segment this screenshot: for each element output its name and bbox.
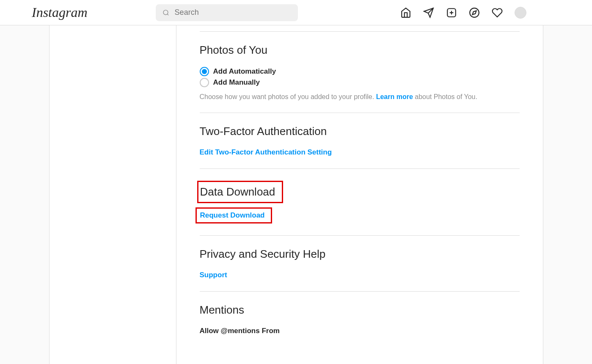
settings-main: Photos of You Add Automatically Add Manu… (176, 25, 543, 364)
two-factor-title: Two-Factor Authentication (200, 125, 520, 138)
search-box[interactable] (156, 4, 298, 21)
mentions-section: Mentions Allow @mentions From (200, 291, 520, 347)
helper-post: about Photos of You. (413, 93, 477, 100)
two-factor-section: Two-Factor Authentication Edit Two-Facto… (200, 113, 520, 168)
nav-icons (400, 7, 526, 19)
settings-sidebar (50, 25, 176, 364)
top-nav: Instagram (0, 0, 592, 25)
search-input[interactable] (175, 8, 292, 17)
page-body: Photos of You Add Automatically Add Manu… (0, 25, 592, 364)
radio-icon[interactable] (200, 67, 209, 76)
radio-icon[interactable] (200, 78, 209, 87)
privacy-help-section: Privacy and Security Help Support (200, 235, 520, 291)
explore-icon[interactable] (469, 7, 480, 18)
data-download-title-highlight: Data Download (197, 181, 284, 203)
svg-line-1 (168, 14, 169, 15)
avatar[interactable] (515, 7, 526, 19)
privacy-help-title: Privacy and Security Help (200, 248, 520, 261)
activity-icon[interactable] (492, 7, 503, 18)
support-link[interactable]: Support (200, 271, 227, 279)
home-icon[interactable] (400, 7, 411, 18)
new-post-icon[interactable] (446, 7, 457, 18)
edit-two-factor-link[interactable]: Edit Two-Factor Authentication Setting (200, 148, 332, 156)
request-download-link[interactable]: Request Download (200, 211, 265, 219)
photos-helper-text: Choose how you want photos of you added … (200, 93, 520, 101)
radio-add-manually[interactable]: Add Manually (200, 78, 520, 87)
request-download-highlight: Request Download (195, 207, 272, 223)
radio-label: Add Manually (213, 78, 260, 87)
learn-more-link[interactable]: Learn more (376, 93, 413, 100)
photos-of-you-title: Photos of You (200, 44, 520, 57)
mentions-title: Mentions (200, 303, 520, 317)
helper-pre: Choose how you want photos of you added … (200, 93, 376, 100)
radio-label: Add Automatically (213, 67, 276, 76)
svg-point-0 (163, 10, 168, 14)
photos-of-you-section: Photos of You Add Automatically Add Manu… (200, 32, 520, 113)
svg-marker-8 (472, 11, 476, 14)
svg-point-7 (470, 8, 479, 17)
settings-card: Photos of You Add Automatically Add Manu… (49, 25, 543, 364)
data-download-title: Data Download (200, 185, 275, 199)
messages-icon[interactable] (423, 7, 434, 18)
mentions-subhead: Allow @mentions From (200, 327, 520, 335)
search-icon (162, 9, 169, 17)
instagram-logo[interactable]: Instagram (32, 5, 88, 20)
radio-add-automatically[interactable]: Add Automatically (200, 67, 520, 76)
data-download-section: Data Download Request Download (200, 168, 520, 235)
